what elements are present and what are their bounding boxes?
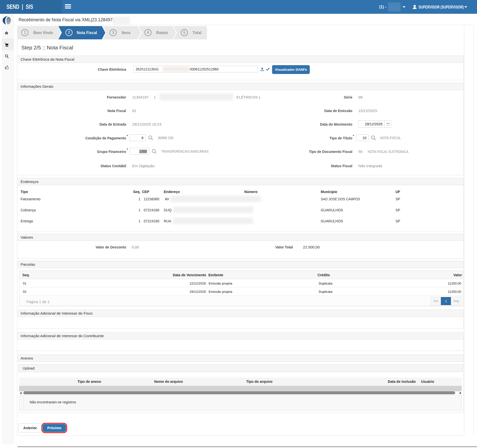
svg-text:7: 7 [387,124,388,125]
